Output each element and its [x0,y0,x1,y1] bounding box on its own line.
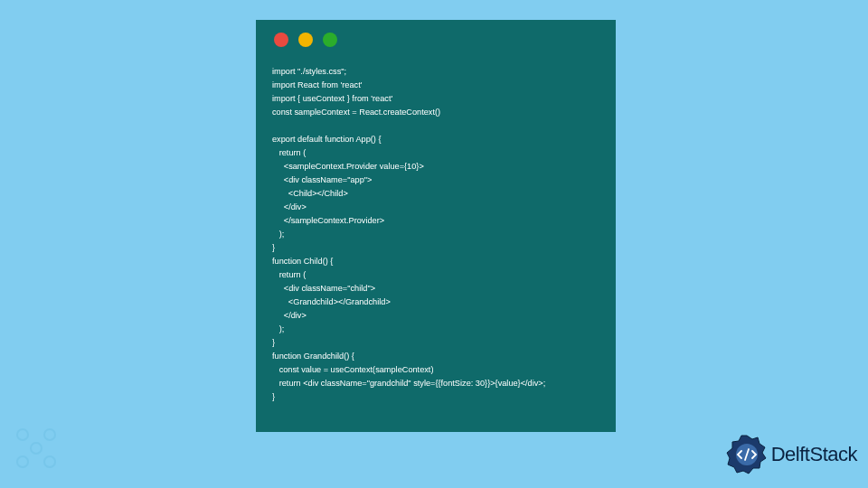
minimize-icon [298,33,313,47]
svg-point-3 [44,456,55,467]
svg-point-4 [31,443,42,454]
code-window: import "./styles.css"; import React from… [256,20,616,432]
brand-name: DelftStack [771,443,857,466]
traffic-lights [274,33,599,47]
code-content: import "./styles.css"; import React from… [272,65,599,404]
maximize-icon [323,33,337,47]
brand-badge-icon [726,434,768,475]
brand-logo: DelftStack [726,434,857,475]
close-icon [274,33,288,47]
svg-point-0 [17,429,28,440]
svg-point-2 [17,456,28,467]
svg-point-1 [44,429,55,440]
watermark-icon [9,421,63,479]
